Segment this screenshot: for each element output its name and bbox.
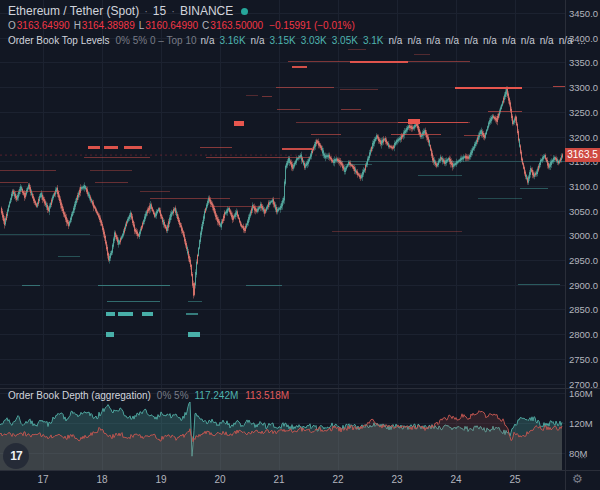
orderbook-depth-legend[interactable]: Order Book Depth (aggregation) 0% 5% 117… bbox=[8, 390, 289, 401]
axis-tick-label: 160M bbox=[569, 388, 593, 399]
tradingview-logo-icon[interactable]: 17 bbox=[3, 443, 29, 469]
indicator-params: 0% 5% 0 – Top 10 bbox=[116, 35, 197, 46]
axis-tick-label: 2800.0 bbox=[569, 329, 598, 340]
open-label: O bbox=[8, 20, 16, 31]
price-axis[interactable]: 3450.03400.03350.03300.03250.03200.03150… bbox=[566, 0, 600, 470]
axis-tick-label: 2900.0 bbox=[569, 280, 598, 291]
indicator-params: 0% 5% bbox=[157, 390, 189, 401]
axis-tick-label: 2850.0 bbox=[569, 304, 598, 315]
top-level-value: n/a bbox=[502, 35, 516, 46]
interval-label[interactable]: 15 bbox=[153, 4, 166, 18]
bid-depth-total: 117.242M bbox=[195, 390, 239, 401]
top-level-value: ... bbox=[578, 35, 586, 46]
last-price-label: 3163.5 bbox=[565, 148, 600, 162]
axis-tick-label: 17 bbox=[37, 474, 48, 485]
axis-tick-label: 3350.0 bbox=[569, 57, 598, 68]
top-levels-values: n/a3.16Kn/a3.15K3.03K3.05K3.1Kn/an/an/an… bbox=[201, 35, 591, 46]
axis-tick-label: 3100.0 bbox=[569, 181, 598, 192]
top-level-value: 3.16K bbox=[219, 35, 245, 46]
top-level-value: 3.1K bbox=[363, 35, 384, 46]
top-level-value: n/a bbox=[559, 35, 573, 46]
top-level-value: n/a bbox=[464, 35, 478, 46]
axis-tick-label: 21 bbox=[273, 474, 284, 485]
exchange-label[interactable]: BINANCE bbox=[180, 4, 233, 18]
high-value: 3164.38989 bbox=[82, 20, 135, 31]
axis-tick-label: 3300.0 bbox=[569, 82, 598, 93]
axis-tick-label: 22 bbox=[332, 474, 343, 485]
more-options-icon[interactable]: ⋯ bbox=[577, 452, 587, 463]
axis-tick-label: 20 bbox=[214, 474, 225, 485]
market-status-icon[interactable] bbox=[241, 8, 248, 15]
top-level-value: n/a bbox=[540, 35, 554, 46]
indicator-title[interactable]: Order Book Depth (aggregation) bbox=[8, 390, 151, 401]
top-level-value: 3.05K bbox=[332, 35, 358, 46]
chart-canvas[interactable] bbox=[0, 0, 600, 490]
axis-tick-label: 19 bbox=[155, 474, 166, 485]
indicator-title[interactable]: Order Book Top Levels bbox=[8, 35, 110, 46]
top-level-value: n/a bbox=[251, 35, 265, 46]
separator-dot: · bbox=[171, 5, 175, 17]
separator-dot: · bbox=[144, 5, 148, 17]
high-label: H bbox=[74, 20, 81, 31]
axis-tick-label: 3250.0 bbox=[569, 107, 598, 118]
ohlc-row: O3163.64990 H3164.38989 L3160.64990 C316… bbox=[8, 20, 355, 31]
top-level-value: n/a bbox=[426, 35, 440, 46]
symbol-legend[interactable]: Ethereum / Tether (Spot) · 15 · BINANCE bbox=[8, 4, 248, 18]
axis-tick-label: 25 bbox=[509, 474, 520, 485]
top-level-value: n/a bbox=[483, 35, 497, 46]
top-level-value: n/a bbox=[407, 35, 421, 46]
low-value: 3160.64990 bbox=[145, 20, 198, 31]
axis-tick-label: 3050.0 bbox=[569, 206, 598, 217]
axis-tick-label: 3000.0 bbox=[569, 230, 598, 241]
top-level-value: n/a bbox=[201, 35, 215, 46]
time-axis[interactable]: 171819202122232425 bbox=[0, 470, 600, 490]
orderbook-top-levels-legend[interactable]: Order Book Top Levels 0% 5% 0 – Top 10 n… bbox=[8, 35, 591, 46]
ask-depth-total: 113.518M bbox=[245, 390, 289, 401]
top-level-value: 3.15K bbox=[270, 35, 296, 46]
change-value: −0.15991 (−0.01%) bbox=[269, 20, 355, 31]
close-value: 3163.50000 bbox=[210, 20, 263, 31]
open-value: 3163.64990 bbox=[17, 20, 70, 31]
low-label: L bbox=[139, 20, 145, 31]
axis-tick-label: 23 bbox=[391, 474, 402, 485]
axis-tick-label: 120M bbox=[569, 418, 593, 429]
top-level-value: 3.03K bbox=[301, 35, 327, 46]
symbol-title[interactable]: Ethereum / Tether (Spot) bbox=[8, 4, 139, 18]
axis-tick-label: 2750.0 bbox=[569, 354, 598, 365]
close-label: C bbox=[202, 20, 209, 31]
axis-tick-label: 3200.0 bbox=[569, 132, 598, 143]
axis-tick-label: 2950.0 bbox=[569, 255, 598, 266]
axis-tick-label: 3450.0 bbox=[569, 8, 598, 19]
axis-tick-label: 18 bbox=[96, 474, 107, 485]
axis-tick-label: 24 bbox=[450, 474, 461, 485]
top-level-value: n/a bbox=[445, 35, 459, 46]
tradingview-chart-window: Ethereum / Tether (Spot) · 15 · BINANCE … bbox=[0, 0, 600, 490]
top-level-value: n/a bbox=[389, 35, 403, 46]
settings-gear-icon[interactable]: ⚙ bbox=[572, 472, 583, 486]
top-level-value: n/a bbox=[521, 35, 535, 46]
